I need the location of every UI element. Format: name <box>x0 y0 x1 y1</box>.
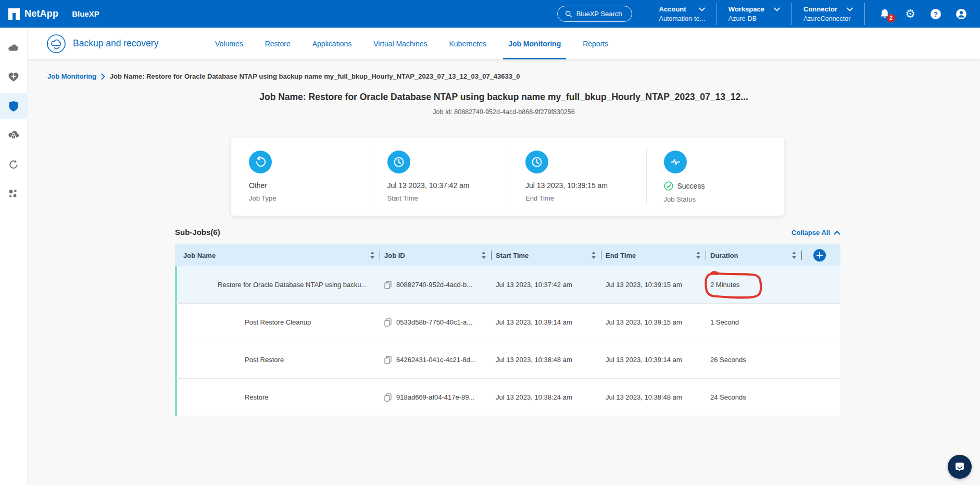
start-time-label: Start Time <box>387 194 508 202</box>
collapse-all-label: Collapse All <box>791 229 830 237</box>
job-status-value: Success <box>677 182 705 190</box>
add-column-button[interactable] <box>813 249 826 262</box>
workspace-menu-label: Workspace <box>728 5 764 13</box>
sort-icon[interactable] <box>370 251 375 259</box>
workspace-menu[interactable]: Workspace Azure-DB <box>717 5 791 22</box>
summary-start-time: Jul 13 2023, 10:37:42 am Start Time <box>370 138 508 216</box>
row-start-time: Jul 13 2023, 10:38:24 am <box>492 393 601 401</box>
tab-kubernetes[interactable]: Kubernetes <box>444 28 492 59</box>
sort-icon[interactable] <box>696 251 701 259</box>
chevron-down-icon <box>774 7 780 11</box>
row-end-time: Jul 13 2023, 10:39:14 am <box>601 356 706 364</box>
collapse-all-button[interactable]: Collapse All <box>791 229 840 237</box>
row-job-id: 918ad669-af04-417e-89... <box>380 393 492 402</box>
tab-restore[interactable]: Restore <box>260 28 296 59</box>
row-duration: 1 Second <box>706 318 802 326</box>
sidebar-item-sync[interactable] <box>0 152 28 178</box>
help-button[interactable]: ? <box>929 8 942 20</box>
health-heart-icon <box>8 72 19 82</box>
rotate-ccw-icon <box>254 156 267 168</box>
tab-volumes[interactable]: Volumes <box>210 28 248 59</box>
tab-job-monitoring[interactable]: Job Monitoring <box>503 28 566 59</box>
row-start-time: Jul 13 2023, 10:38:48 am <box>492 356 601 364</box>
sidebar-item-cloud-security[interactable] <box>0 122 28 148</box>
row-start-time: Jul 13 2023, 10:37:42 am <box>492 281 601 289</box>
connector-menu[interactable]: Connector AzureConnector <box>792 5 864 22</box>
product-name: BlueXP <box>72 9 99 18</box>
copy-icon[interactable] <box>384 281 392 289</box>
chat-bubble-icon <box>953 461 966 473</box>
tab-reports[interactable]: Reports <box>577 28 613 59</box>
table-row[interactable]: Restore for Oracle Database NTAP using b… <box>175 266 840 304</box>
breadcrumb-job-monitoring[interactable]: Job Monitoring <box>47 72 96 80</box>
row-end-time: Jul 13 2023, 10:39:15 am <box>601 318 706 326</box>
account-menu[interactable]: Account Automation-te... <box>648 5 717 22</box>
page-title: Job Name: Restore for Oracle Database NT… <box>28 92 980 103</box>
row-duration: 26 Seconds <box>706 356 802 364</box>
shield-icon <box>8 101 19 112</box>
success-check-icon <box>664 181 673 191</box>
workspace-menu-value: Azure-DB <box>728 15 780 22</box>
account-menu-label: Account <box>659 5 686 13</box>
chat-button[interactable] <box>948 455 972 479</box>
top-header: NetApp BlueXP BlueXP Search Account Auto… <box>0 0 980 28</box>
sidebar-item-health[interactable] <box>0 64 28 90</box>
column-start-time[interactable]: Start Time <box>492 244 601 266</box>
sort-icon[interactable] <box>791 251 797 259</box>
netapp-logo[interactable]: NetApp <box>8 8 58 20</box>
subjobs-section: Sub-Jobs(6) Collapse All Job Name Job ID… <box>175 228 840 416</box>
copy-icon[interactable] <box>384 393 392 402</box>
service-title[interactable]: Backup and recovery <box>46 34 158 54</box>
sort-icon[interactable] <box>591 251 596 259</box>
row-job-name: Restore for Oracle Database NTAP using b… <box>177 281 380 289</box>
summary-end-time: Jul 13 2023, 10:39:15 am End Time <box>508 138 646 216</box>
job-id: Job Id: 80882740-952d-4acd-b868-9f279f83… <box>28 108 980 116</box>
job-type-value: Other <box>249 181 370 190</box>
table-row[interactable]: Post Restore Cleanup 0533d58b-7750-40c1-… <box>175 304 840 341</box>
sort-icon[interactable] <box>481 251 486 259</box>
sync-icon <box>8 159 19 170</box>
notification-badge: 2 <box>887 14 895 22</box>
settings-button[interactable]: ⚙ <box>904 8 916 20</box>
column-job-id[interactable]: Job ID <box>380 244 492 266</box>
cloud-lock-icon <box>7 130 20 141</box>
svg-text:?: ? <box>934 10 938 18</box>
table-row[interactable]: Restore 918ad669-af04-417e-89... Jul 13 … <box>175 379 840 416</box>
service-nav: Backup and recovery Volumes Restore Appl… <box>28 28 980 59</box>
row-job-name: Post Restore <box>177 356 380 364</box>
table-header: Job Name Job ID Start Time End Time <box>175 244 840 266</box>
row-start-time: Jul 13 2023, 10:39:14 am <box>492 318 601 326</box>
row-duration: 2 Minutes <box>706 281 802 289</box>
brand-name: NetApp <box>24 8 58 19</box>
breadcrumb: Job Monitoring Job Name: Restore for Ora… <box>47 72 520 80</box>
sidebar-item-resources[interactable] <box>0 181 28 207</box>
notifications-button[interactable]: 2 <box>878 8 891 20</box>
start-time-value: Jul 13 2023, 10:37:42 am <box>387 181 508 190</box>
column-duration[interactable]: Duration <box>706 244 802 266</box>
column-end-time[interactable]: End Time <box>601 244 706 266</box>
user-icon <box>956 8 967 20</box>
job-summary-card: Other Job Type Jul 13 2023, 10:37:42 am … <box>231 138 784 216</box>
row-end-time: Jul 13 2023, 10:38:48 am <box>601 393 706 401</box>
table-row[interactable]: Post Restore 64262431-041c-4c21-8d... Ju… <box>175 341 840 379</box>
job-status-label: Job Status <box>664 195 785 203</box>
chevron-right-icon <box>101 73 105 80</box>
row-job-name: Restore <box>177 393 380 401</box>
tab-virtual-machines[interactable]: Virtual Machines <box>368 28 432 59</box>
clock-icon <box>393 156 405 168</box>
service-tabs: Volumes Restore Applications Virtual Mac… <box>210 28 613 59</box>
copy-icon[interactable] <box>384 318 392 327</box>
column-add <box>802 244 840 266</box>
tab-applications[interactable]: Applications <box>307 28 357 59</box>
copy-icon[interactable] <box>384 356 392 364</box>
service-title-label: Backup and recovery <box>73 38 158 49</box>
user-menu-button[interactable] <box>955 8 968 20</box>
end-time-label: End Time <box>525 194 646 202</box>
column-job-name[interactable]: Job Name <box>175 244 380 266</box>
nodes-icon <box>8 189 19 199</box>
gear-icon: ⚙ <box>905 8 915 20</box>
sidebar-item-protection[interactable] <box>0 93 28 119</box>
job-type-label: Job Type <box>249 194 370 202</box>
bluexp-search[interactable]: BlueXP Search <box>557 6 632 22</box>
sidebar-item-clouds[interactable] <box>0 35 28 61</box>
